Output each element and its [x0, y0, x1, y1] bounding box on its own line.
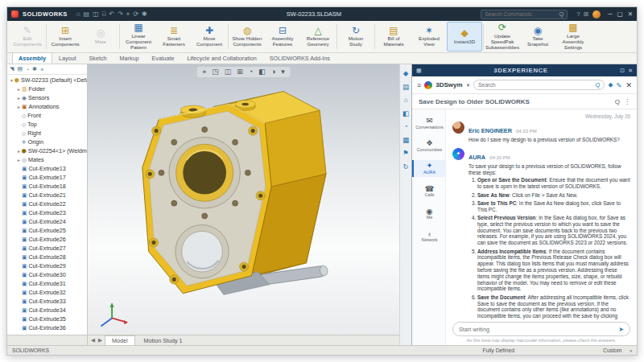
ribbon-button-motion-study[interactable]: ↻MotionStudy [338, 22, 374, 51]
compose-icon[interactable]: ✎ [616, 81, 621, 89]
tab-assembly[interactable]: Assembly [12, 52, 52, 64]
ribbon-button-exploded-view[interactable]: ✶ExplodedView [411, 22, 447, 51]
rail-item-me[interactable]: ◉Me [412, 206, 445, 222]
tree-item[interactable]: ▣Cut-Extrude23 [7, 208, 87, 217]
ribbon-button-insert-components[interactable]: ⊞InsertComponents [47, 22, 83, 51]
rebuild-icon[interactable]: ⟳ [133, 11, 138, 18]
tab-layout[interactable]: Layout [52, 52, 83, 64]
send-icon[interactable]: ➤ [618, 326, 624, 333]
tab-lifecycle-and-collaboration[interactable]: Lifecycle and Collaboration [181, 52, 263, 64]
message-input[interactable] [459, 326, 615, 333]
tree-item[interactable]: ▸▥Folder [7, 84, 87, 93]
command-search[interactable]: Q [481, 10, 568, 19]
tab-motion-study[interactable]: Motion Study 1 [137, 335, 190, 346]
propertymanager-tab-icon[interactable]: ▤ [17, 66, 23, 72]
tree-item[interactable]: ▣Cut-Extrude13 [7, 164, 87, 173]
app-selector[interactable]: 3DSwym [436, 81, 462, 88]
ribbon-button-move-component[interactable]: ✚MoveComponent [192, 22, 227, 51]
tree-item[interactable]: ▸▣Annotations [7, 102, 87, 111]
ribbon-button-mate[interactable]: ◎Mate [83, 22, 118, 51]
tree-item[interactable]: ▣Cut-Extrude31 [7, 279, 87, 288]
ribbon-button-reference-geometry[interactable]: △ReferenceGeometry [300, 22, 336, 51]
close-icon[interactable]: ✕ [625, 81, 632, 89]
tab-model[interactable]: Model [105, 335, 135, 346]
options-icon[interactable]: ✱ [142, 11, 147, 18]
ribbon-button-smart-fasteners[interactable]: ≣SmartFasteners [156, 22, 192, 51]
featuremanager-tab-icon[interactable]: ◥ [10, 66, 14, 72]
tab-solidworks-add-ins[interactable]: SOLIDWORKS Add-Ins [263, 52, 336, 64]
panel-restore-icon[interactable]: ⊡ [620, 68, 625, 74]
select-icon[interactable]: ⌖ [126, 11, 130, 18]
graphics-area[interactable]: ⌖◳◫⊞◔◧◑▾ [88, 64, 399, 335]
tree-item[interactable]: ▸⬢SW-02254<1> (Weldment) <W [7, 146, 87, 155]
minimize-icon[interactable]: ─ [608, 10, 612, 18]
tab-forward-icon[interactable]: ▶ [98, 337, 102, 343]
panel-menu-icon[interactable]: ▦ [416, 68, 422, 74]
open-icon[interactable]: ▤ [84, 11, 90, 18]
conversation-search-icon[interactable]: Q [615, 98, 620, 105]
tree-item[interactable]: ▣Cut-Extrude25 [7, 226, 87, 235]
refresh-icon[interactable]: ↻ [402, 163, 408, 171]
message-input-row[interactable]: ➤ [452, 322, 630, 336]
tree-item[interactable]: ▣Cut-Extrude33 [7, 297, 87, 306]
home-icon[interactable]: ⌂ [76, 11, 80, 18]
ribbon-button-edit-components[interactable]: ✎EditComponents [10, 22, 45, 51]
swym-search[interactable]: Q [473, 80, 605, 90]
tree-item[interactable]: ▣Cut-Extrude34 [7, 306, 87, 315]
rail-item-aura[interactable]: ✦AURA [412, 160, 445, 176]
command-search-input[interactable] [485, 11, 557, 17]
custom-properties-icon[interactable]: ▦ [402, 137, 409, 144]
panel-close-icon[interactable]: ✕ [628, 68, 633, 74]
ribbon-button-show-hidden-components[interactable]: ◍Show HiddenComponents [229, 22, 265, 51]
tab-markup[interactable]: Markup [114, 52, 146, 64]
tree-item[interactable]: ▣Cut-Extrude36 [7, 323, 87, 332]
tree-expand-icon[interactable]: ▸ [16, 149, 22, 154]
3dexperience-tab-icon[interactable]: ◆ [403, 70, 409, 77]
tree-item[interactable]: ▣Cut-Extrude28 [7, 253, 87, 261]
tree-item[interactable]: ▸◎Mates [7, 155, 87, 164]
appearances-scenes-icon[interactable]: ◔ [403, 123, 407, 130]
avatar[interactable] [452, 121, 464, 134]
ribbon-button-instant3d[interactable]: ◆Instant3D [447, 22, 482, 51]
rail-item-conversations[interactable]: ✉Conversations [412, 115, 445, 131]
ribbon-button-linear-component-pattern[interactable]: ▦Linear ComponentPattern [121, 22, 156, 51]
tree-item[interactable]: ▣Cut-Extrude29 [7, 261, 87, 270]
tree-item[interactable]: ◇Front [7, 111, 87, 120]
tab-evaluate[interactable]: Evaluate [146, 52, 181, 64]
swym-search-input[interactable] [478, 82, 592, 88]
print-icon[interactable]: ⌸ [102, 11, 106, 18]
tab-sketch[interactable]: Sketch [83, 52, 114, 64]
design-library-icon[interactable]: ▤ [402, 84, 409, 91]
tree-expand-icon[interactable]: ▸ [16, 158, 22, 162]
ribbon-button-large-assembly-settings[interactable]: ▩LargeAssemblySettings [555, 22, 591, 51]
model-3d[interactable] [97, 72, 372, 327]
tree-item[interactable]: ▣Cut-Extrude30 [7, 270, 87, 279]
redo-icon[interactable]: ↷ [118, 11, 123, 18]
apps-icon[interactable]: ⊞ [584, 11, 589, 18]
tree-item[interactable]: ▣Cut-Extrude17 [7, 173, 87, 182]
expand-pane-icon[interactable]: » [40, 67, 43, 72]
maximize-icon[interactable]: ▢ [617, 10, 623, 18]
rail-item-network[interactable]: ♁Network [412, 228, 445, 245]
tree-item[interactable]: ▣Cut-Extrude27 [7, 244, 87, 253]
ribbon-button-take-snapshot[interactable]: ◉TakeSnapshot [520, 22, 555, 51]
dimxpert-tab-icon[interactable]: ✱ [32, 66, 37, 72]
user-avatar[interactable] [592, 10, 601, 19]
tree-item[interactable]: ▸◉Sensors [7, 93, 87, 102]
tree-item[interactable]: ▣Cut-Extrude24 [7, 217, 87, 226]
conversation-more-icon[interactable]: ⋮ [624, 98, 630, 105]
ribbon-button-assembly-features[interactable]: ⊟AssemblyFeatures [265, 22, 300, 51]
tab-back-icon[interactable]: ◀ [91, 337, 95, 343]
hamburger-icon[interactable]: ≡ [417, 81, 421, 89]
save-icon[interactable]: ◫ [93, 11, 99, 18]
ribbon-button-bill-of-materials[interactable]: ▤Bill ofMaterials [376, 22, 411, 51]
tag-icon[interactable]: ⬥ [608, 80, 613, 89]
tree-item[interactable]: ▣Cut-Extrude21 [7, 191, 87, 200]
tree-item[interactable]: ◇Right [7, 129, 87, 138]
configuration-chevron-icon[interactable]: ▾ [630, 348, 632, 353]
message-author[interactable]: Eric ENGINEER [469, 127, 512, 134]
app-selector-chevron-icon[interactable]: ▼ [466, 83, 470, 88]
tree-item[interactable]: ▣Cut-Extrude35 [7, 315, 87, 323]
help-icon[interactable]: ? [576, 11, 580, 18]
file-explorer-icon[interactable]: ⌂ [403, 97, 407, 104]
